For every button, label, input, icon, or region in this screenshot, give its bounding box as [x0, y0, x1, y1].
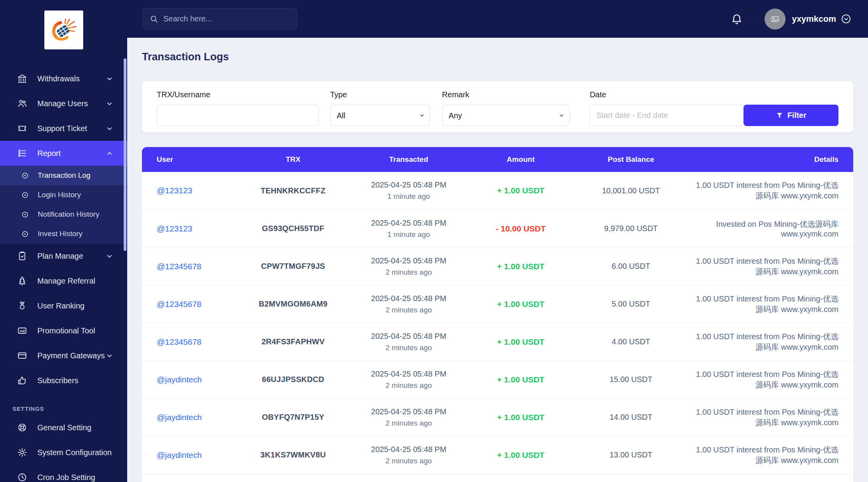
username[interactable]: yxymkcom: [792, 14, 836, 24]
table-row: @123123 TEHNKRKCCFFZ 2025-04-25 05:48 PM…: [142, 172, 853, 210]
trx-username-input[interactable]: [157, 105, 318, 126]
sidebar-item-label: Subscribers: [37, 376, 79, 385]
sidebar-item-promotional-tool[interactable]: Ad Promotional Tool: [0, 318, 127, 343]
bell-icon[interactable]: [731, 13, 743, 25]
sidebar-item-withdrawals[interactable]: Withdrawals: [0, 66, 127, 91]
sidebar-subitem-invest-history[interactable]: Invest History: [0, 224, 127, 244]
search-input[interactable]: [163, 14, 290, 23]
sidebar-section-label: SETTINGS: [12, 405, 127, 412]
sidebar-nav: Withdrawals Manage Users Support Ticket …: [0, 66, 127, 482]
details-cell: 1.00 USDT interest from Pos Mining-优选源码库…: [690, 436, 853, 474]
solar-globe-logo-icon: [50, 16, 78, 44]
trx-cell: B2MVMGOM6AM9: [238, 285, 348, 323]
amount-cell: + 1.00 USDT: [469, 361, 572, 398]
trx-cell: TEHNKRKCCFFZ: [238, 172, 348, 210]
sidebar-item-system-configuration[interactable]: System Configuration: [0, 440, 127, 465]
post-balance-cell: 9,979.00 USDT: [572, 210, 690, 247]
user-link[interactable]: @jaydintech: [157, 450, 202, 459]
details-cell: 1.00 USDT interest from Pos Mining-优选源码库…: [690, 172, 853, 210]
column-header-user: User: [142, 147, 238, 172]
table-body: @123123 TEHNKRKCCFFZ 2025-04-25 05:48 PM…: [142, 172, 853, 482]
column-header-post-balance: Post Balance: [572, 147, 690, 172]
type-label: Type: [330, 90, 430, 99]
main-area: yxymkcom Transaction Logs TRX/Username T…: [127, 0, 868, 482]
filter-button[interactable]: Filter: [744, 105, 838, 126]
user-link[interactable]: @123123: [157, 186, 192, 195]
sidebar-item-label: Promotional Tool: [37, 326, 95, 335]
sidebar-item-cron-job-setting[interactable]: Cron Job Setting: [0, 465, 127, 482]
user-link[interactable]: @jaydintech: [157, 413, 202, 422]
chevron-down-icon: [106, 75, 113, 82]
type-select[interactable]: All: [330, 105, 430, 126]
sidebar-item-manage-users[interactable]: Manage Users: [0, 91, 127, 116]
transacted-cell: 2025-04-25 05:48 PM 2 minutes ago: [348, 436, 469, 474]
transacted-cell: 2025-04-25 05:48 PM 2 minutes ago: [348, 398, 469, 436]
sidebar-subitem-login-history[interactable]: Login History: [0, 185, 127, 205]
table-row: @jaydintech 66UJJPSSKDCD 2025-04-25 05:4…: [142, 361, 853, 398]
sidebar-item-manage-referral[interactable]: Manage Referral: [0, 268, 127, 293]
sidebar-subitem-transaction-log[interactable]: Transaction Log: [0, 166, 127, 185]
table-row-partial: [142, 474, 853, 482]
remark-select[interactable]: Any: [442, 105, 570, 126]
sidebar-scrollbar[interactable]: [124, 58, 126, 251]
amount-cell: + 1.00 USDT: [469, 323, 572, 361]
sidebar: Withdrawals Manage Users Support Ticket …: [0, 0, 127, 482]
sidebar-item-general-setting[interactable]: General Setting: [0, 415, 127, 440]
user-link[interactable]: @12345678: [157, 337, 201, 346]
chevron-down-icon: [106, 125, 113, 132]
date-label: Date: [590, 90, 744, 99]
transacted-cell: 2025-04-25 05:48 PM 2 minutes ago: [348, 247, 469, 285]
sidebar-item-report[interactable]: Report: [0, 141, 127, 166]
brand-logo[interactable]: [44, 11, 83, 49]
medal-icon: [17, 301, 27, 311]
svg-text:Ad: Ad: [20, 329, 25, 333]
user-link[interactable]: @jaydintech: [157, 375, 202, 384]
chevron-down-circle-icon[interactable]: [841, 14, 851, 24]
dot-circle-icon: [21, 210, 29, 219]
trx-username-label: TRX/Username: [157, 90, 318, 99]
trx-cell: GS93QCH55TDF: [238, 210, 348, 247]
user-link[interactable]: @12345678: [157, 300, 201, 308]
transaction-table-card: UserTRXTransactedAmountPost BalanceDetai…: [142, 147, 853, 482]
user-link[interactable]: @123123: [157, 224, 192, 233]
transacted-cell: 2025-04-25 05:48 PM 2 minutes ago: [348, 285, 469, 323]
transacted-cell: 2025-04-25 05:48 PM 1 minute ago: [348, 172, 469, 210]
sidebar-item-subscribers[interactable]: Subscribers: [0, 368, 127, 393]
sidebar-item-label: Manage Users: [37, 99, 88, 108]
amount-cell: + 1.00 USDT: [469, 436, 572, 474]
sidebar-main-group: Withdrawals Manage Users Support Ticket …: [0, 66, 127, 393]
user-link[interactable]: @12345678: [157, 262, 201, 271]
topbar: yxymkcom: [127, 0, 868, 38]
date-range-input[interactable]: [590, 105, 744, 126]
dot-circle-icon: [21, 191, 29, 199]
sidebar-subitem-notification-history[interactable]: Notification History: [0, 205, 127, 224]
sidebar-item-plan-manage[interactable]: Plan Manage: [0, 244, 127, 268]
chevron-down-icon: [106, 252, 113, 260]
sidebar-item-label: User Ranking: [37, 301, 84, 310]
column-header-details: Details: [690, 147, 853, 172]
page-title: Transaction Logs: [142, 51, 853, 63]
card-icon: [17, 351, 27, 361]
details-cell: 1.00 USDT interest from Pos Mining-优选源码库…: [690, 361, 853, 398]
table-row: @12345678 B2MVMGOM6AM9 2025-04-25 05:48 …: [142, 285, 853, 323]
search-box[interactable]: [142, 8, 297, 30]
post-balance-cell: 15.00 USDT: [572, 361, 690, 398]
transacted-cell: 2025-04-25 05:48 PM 2 minutes ago: [348, 361, 469, 398]
table-row: @123123 GS93QCH55TDF 2025-04-25 05:48 PM…: [142, 210, 853, 247]
ad-icon: Ad: [17, 326, 27, 336]
sidebar-item-label: Withdrawals: [37, 74, 80, 83]
transaction-table: UserTRXTransactedAmountPost BalanceDetai…: [142, 147, 853, 482]
details-cell: 1.00 USDT interest from Pos Mining-优选源码库…: [690, 285, 853, 323]
sidebar-item-user-ranking[interactable]: User Ranking: [0, 293, 127, 318]
details-cell: 1.00 USDT interest from Pos Mining-优选源码库…: [690, 323, 853, 361]
avatar[interactable]: [765, 9, 786, 30]
sidebar-subitem-label: Login History: [38, 191, 81, 199]
sidebar-item-support-ticket[interactable]: Support Ticket: [0, 116, 127, 141]
sidebar-item-payment-gateways[interactable]: Payment Gateways: [0, 343, 127, 368]
filter-card: TRX/Username Type All Remark: [142, 81, 853, 132]
table-row: @jaydintech 3K1KS7WMKV8U 2025-04-25 05:4…: [142, 436, 853, 474]
chevron-up-icon: [106, 150, 113, 157]
table-row: @jaydintech OBYFQ7N7P15Y 2025-04-25 05:4…: [142, 398, 853, 436]
sidebar-item-label: Support Ticket: [37, 124, 87, 133]
post-balance-cell: 14.00 USDT: [572, 398, 690, 436]
